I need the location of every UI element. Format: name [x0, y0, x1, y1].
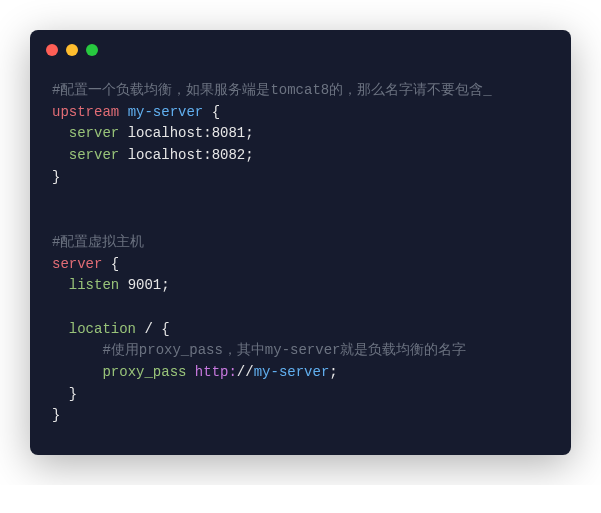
keyword-server: server	[52, 256, 102, 272]
server-addr: localhost:8082;	[119, 147, 253, 163]
listen-port: 9001;	[119, 277, 169, 293]
code-block: #配置一个负载均衡，如果服务端是tomcat8的，那么名字请不要包含_ upst…	[30, 64, 571, 455]
brace-close: }	[52, 407, 60, 423]
comment-line: #使用proxy_pass，其中my-server就是负载均衡的名字	[102, 342, 466, 358]
keyword-upstream: upstream	[52, 104, 119, 120]
code-window: #配置一个负载均衡，如果服务端是tomcat8的，那么名字请不要包含_ upst…	[30, 30, 571, 455]
directive-listen: listen	[69, 277, 119, 293]
minimize-icon[interactable]	[66, 44, 78, 56]
indent	[52, 386, 69, 402]
brace-open: {	[102, 256, 119, 272]
url-scheme: http:	[195, 364, 237, 380]
indent	[52, 364, 102, 380]
directive-proxy-pass: proxy_pass	[102, 364, 186, 380]
server-addr: localhost:8081;	[119, 125, 253, 141]
semicolon: ;	[329, 364, 337, 380]
brace-close: }	[52, 169, 60, 185]
indent	[52, 342, 102, 358]
url-sep: //	[237, 364, 254, 380]
indent	[52, 277, 69, 293]
directive-server: server	[69, 125, 119, 141]
maximize-icon[interactable]	[86, 44, 98, 56]
indent	[52, 321, 69, 337]
close-icon[interactable]	[46, 44, 58, 56]
indent	[52, 125, 69, 141]
brace-open: {	[203, 104, 220, 120]
location-path: /	[136, 321, 161, 337]
upstream-name: my-server	[128, 104, 204, 120]
url-host: my-server	[254, 364, 330, 380]
brace-open: {	[161, 321, 169, 337]
directive-location: location	[69, 321, 136, 337]
directive-server: server	[69, 147, 119, 163]
window-titlebar	[30, 30, 571, 64]
comment-line: #配置一个负载均衡，如果服务端是tomcat8的，那么名字请不要包含_	[52, 82, 492, 98]
space	[186, 364, 194, 380]
brace-close: }	[69, 386, 77, 402]
comment-line: #配置虚拟主机	[52, 234, 144, 250]
indent	[52, 147, 69, 163]
